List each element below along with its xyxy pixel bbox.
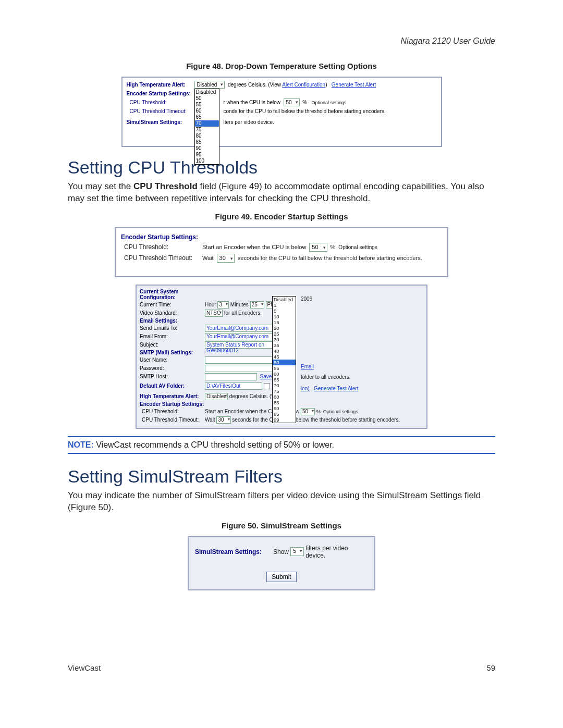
- opt[interactable]: 85: [273, 400, 296, 405]
- minute-select[interactable]: 25: [250, 301, 264, 309]
- opt[interactable]: 45: [273, 354, 296, 360]
- opt[interactable]: Disabled: [273, 297, 296, 302]
- txt: Start an Encoder when the CPU is below: [202, 244, 306, 250]
- txt: Optional settings: [338, 244, 377, 250]
- label-encoder-startup: Encoder Startup Settings:: [127, 91, 194, 96]
- hour-select[interactable]: 3: [217, 301, 229, 309]
- fig49b-panel: Disabled 1 5 10 15 20 25 30 35 40 45 50 …: [136, 285, 427, 429]
- opt[interactable]: 5: [273, 308, 296, 314]
- opt[interactable]: 85: [195, 139, 219, 145]
- footer-left: ViewCast: [68, 663, 101, 672]
- link-email[interactable]: Email: [301, 364, 314, 369]
- input-av-folder[interactable]: D:\AVFiles\Out: [205, 382, 262, 390]
- opt-selected[interactable]: 50: [273, 360, 296, 365]
- txt-year: 2009: [301, 296, 312, 302]
- opt[interactable]: 35: [273, 342, 296, 348]
- link-save[interactable]: Save: [260, 374, 272, 379]
- para-simulstream: You may indicate the number of SimulStre…: [68, 490, 495, 514]
- note-label: NOTE:: [68, 440, 94, 449]
- cpu-threshold-select[interactable]: 50: [284, 98, 300, 106]
- cpu-threshold-select[interactable]: 50: [301, 408, 315, 415]
- opt[interactable]: 90: [273, 405, 296, 411]
- opt[interactable]: 55: [273, 365, 296, 371]
- timeout-select[interactable]: 30: [216, 416, 230, 424]
- opt[interactable]: 55: [195, 102, 219, 108]
- label-subject: Subject:: [140, 342, 205, 348]
- label-cpu-threshold-timeout: CPU Threshold Timeout:: [140, 417, 205, 423]
- input-email-from[interactable]: YourEmail@Company.com: [205, 333, 273, 340]
- opt[interactable]: 10: [273, 314, 296, 319]
- opt[interactable]: 90: [195, 145, 219, 152]
- hta-select[interactable]: Disabled: [205, 393, 228, 400]
- label-current-time: Current Time:: [140, 302, 205, 307]
- txt: Minutes: [230, 302, 249, 307]
- txt: lters per video device.: [194, 119, 437, 125]
- opt[interactable]: 15: [273, 319, 296, 325]
- temp-dropdown[interactable]: Disabled: [194, 81, 225, 89]
- temp-dropdown-list[interactable]: Disabled 50 55 60 65 70 75 80 85 90 95 1…: [194, 89, 219, 165]
- txt: Show: [273, 548, 289, 556]
- fig48-caption: Figure 48. Drop-Down Temperature Setting…: [68, 61, 495, 70]
- link-ion[interactable]: ion): [301, 386, 310, 391]
- opt[interactable]: 65: [195, 114, 219, 120]
- opt[interactable]: 65: [273, 377, 296, 382]
- note-text: ViewCast recommends a CPU threshold sett…: [94, 440, 334, 449]
- txt: Hour: [205, 302, 216, 307]
- opt[interactable]: 80: [195, 133, 219, 139]
- opt[interactable]: 20: [273, 325, 296, 331]
- txt: Optional settings: [323, 409, 358, 414]
- label-email-settings: Email Settings:: [140, 318, 205, 324]
- opt[interactable]: 95: [273, 411, 296, 417]
- input-smtp-host[interactable]: [205, 373, 257, 380]
- opt[interactable]: 75: [195, 127, 219, 133]
- label-email-from: Email From:: [140, 334, 205, 339]
- opt[interactable]: 40: [273, 348, 296, 354]
- txt: Optional settings: [312, 100, 347, 105]
- fig50-caption: Figure 50. SimulStream Settings: [68, 521, 495, 530]
- opt[interactable]: 100: [195, 158, 219, 164]
- browse-icon[interactable]: [264, 383, 270, 389]
- opt[interactable]: 30: [273, 337, 296, 342]
- txt: ): [325, 82, 327, 88]
- cpu-threshold-select[interactable]: 50: [309, 243, 327, 252]
- opt[interactable]: 60: [195, 108, 219, 114]
- footer-right: 59: [486, 663, 495, 672]
- opt[interactable]: 1: [273, 302, 296, 308]
- label-video-standard: Video Standard:: [140, 310, 205, 316]
- label-send-to: Send Emails To:: [140, 325, 205, 331]
- fig49a-panel: Encoder Startup Settings: CPU Threshold:…: [115, 227, 448, 277]
- opt[interactable]: 80: [273, 394, 296, 400]
- timeout-select[interactable]: 30: [217, 254, 235, 263]
- input-username[interactable]: [205, 356, 273, 364]
- opt[interactable]: 99: [273, 417, 296, 423]
- submit-button[interactable]: Submit: [266, 572, 296, 582]
- link-alert-config[interactable]: Alert Configuration: [282, 82, 325, 88]
- txt: Wait: [205, 417, 215, 423]
- filters-select[interactable]: 5: [290, 547, 304, 556]
- input-password[interactable]: [205, 365, 273, 372]
- txt: folder to all encoders.: [301, 374, 351, 380]
- txt: filters per video device.: [305, 545, 368, 559]
- video-standard-select[interactable]: NTSC: [205, 310, 223, 317]
- opt[interactable]: Disabled: [195, 89, 219, 95]
- label-password: Password:: [140, 365, 205, 371]
- link-generate-test-alert[interactable]: Generate Test Alert: [332, 82, 376, 88]
- note-block: NOTE: ViewCast recommends a CPU threshol…: [68, 436, 495, 454]
- heading-simulstream-filters: Setting SimulStream Filters: [68, 466, 495, 487]
- opt[interactable]: 95: [195, 152, 219, 158]
- opt-selected[interactable]: 70: [195, 120, 219, 127]
- dropdown-list[interactable]: Disabled 1 5 10 15 20 25 30 35 40 45 50 …: [272, 296, 296, 423]
- opt[interactable]: 50: [195, 95, 219, 102]
- opt[interactable]: 70: [273, 382, 296, 388]
- fig49-caption: Figure 49. Encoder Startup Settings: [68, 212, 495, 221]
- input-send-to[interactable]: YourEmail@Company.com: [205, 325, 273, 332]
- label-high-temp-alert: High Temperature Alert:: [127, 82, 194, 88]
- label-cpu-threshold: CPU Threshold:: [140, 409, 205, 414]
- fig50-panel: SimulStream Settings: Show 5 filters per…: [188, 536, 375, 590]
- opt[interactable]: 25: [273, 331, 296, 337]
- link-gen-test[interactable]: Generate Test Alert: [314, 386, 358, 391]
- label-simulstream-settings: SimulStream Settings:: [195, 548, 273, 556]
- label-smtp-host: SMTP Host:: [140, 374, 205, 379]
- opt[interactable]: 75: [273, 388, 296, 394]
- opt[interactable]: 60: [273, 371, 296, 377]
